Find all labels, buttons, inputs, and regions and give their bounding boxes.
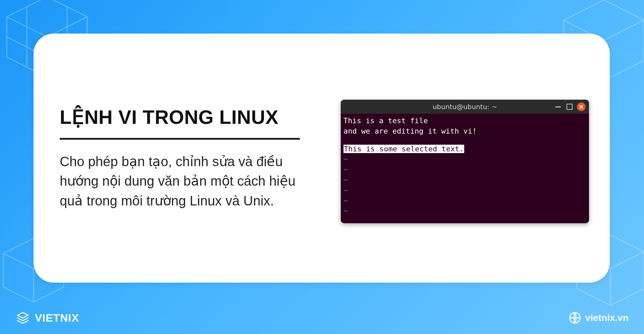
terminal-column: ubuntu@ubuntu: ~ This is a test file and… <box>341 93 589 223</box>
slide-title: LỆNH VI TRONG LINUX <box>60 106 321 129</box>
window-controls <box>554 102 586 111</box>
terminal-title: ubuntu@ubuntu: ~ <box>341 103 589 111</box>
terminal-line: and we are editing it with vi! <box>343 126 586 137</box>
slide-footer: VIETNIX vietnix.vn <box>0 305 644 334</box>
minimize-icon[interactable] <box>554 103 562 111</box>
terminal-tilde-line: ~ <box>343 175 586 185</box>
terminal-tilde-line: ~ <box>343 185 586 196</box>
brand-mark-icon <box>15 311 30 325</box>
globe-icon <box>569 312 581 324</box>
slide-description: Cho phép bạn tạo, chỉnh sửa và điều hướn… <box>60 152 321 210</box>
title-underline <box>60 138 300 140</box>
slide-stage: LỆNH VI TRONG LINUX Cho phép bạn tạo, ch… <box>0 0 644 334</box>
terminal-window: ubuntu@ubuntu: ~ This is a test file and… <box>341 100 589 223</box>
footer-url-text: vietnix.vn <box>585 313 629 323</box>
maximize-icon[interactable] <box>566 103 574 111</box>
terminal-tilde-line: ~ <box>343 154 586 164</box>
brand-name: VIETNIX <box>35 312 79 324</box>
terminal-tilde-line: ~ <box>343 164 586 175</box>
close-icon[interactable] <box>577 102 586 111</box>
text-column: LỆNH VI TRONG LINUX Cho phép bạn tạo, ch… <box>60 106 321 210</box>
terminal-selected-line: This is some selected text. <box>343 144 586 154</box>
terminal-tilde-line: ~ <box>343 206 586 216</box>
terminal-titlebar: ubuntu@ubuntu: ~ <box>341 100 589 114</box>
terminal-line: This is a test file <box>343 116 586 126</box>
footer-url: vietnix.vn <box>569 312 629 324</box>
terminal-body: This is a test file and we are editing i… <box>341 114 589 223</box>
brand-logo: VIETNIX <box>15 311 79 325</box>
content-card: LỆNH VI TRONG LINUX Cho phép bạn tạo, ch… <box>34 34 610 283</box>
terminal-tilde-line: ~ <box>343 196 586 206</box>
terminal-blank-line <box>343 137 586 144</box>
